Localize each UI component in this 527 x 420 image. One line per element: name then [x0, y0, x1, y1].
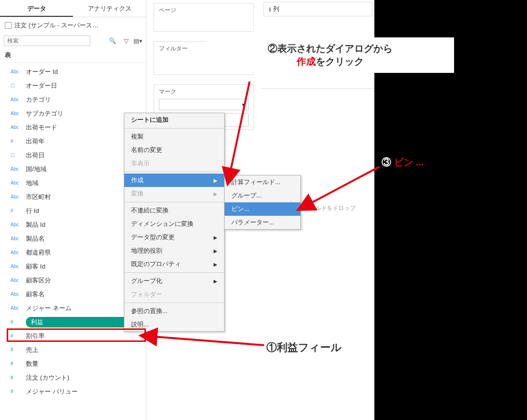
- field-label: カテゴリ: [26, 95, 51, 104]
- menu-default-props[interactable]: 既定のプロパティ▶: [124, 257, 224, 271]
- field-label: オーダー日: [26, 82, 57, 90]
- menu-add-to-sheet[interactable]: シートに追加: [124, 113, 224, 127]
- annotation-step1: ①利益フィール: [266, 340, 342, 355]
- field-type-icon: #: [11, 389, 22, 394]
- field-type-icon: Abc: [11, 180, 22, 186]
- context-menu: シートに追加 複製 名前の変更 非表示 作成▶ 変換▶ 不連続に変換 ディメンシ…: [124, 113, 225, 332]
- marks-label: マーク: [159, 88, 249, 96]
- field-label: メジャー ネーム: [26, 304, 72, 313]
- menu-duplicate[interactable]: 複製: [124, 130, 224, 143]
- sidebar-tabs: データ アナリティクス: [0, 0, 146, 17]
- field-item[interactable]: ☐オーダー日: [0, 79, 146, 93]
- pages-label: ページ: [159, 6, 249, 14]
- field-label: 出荷日: [26, 151, 45, 160]
- field-type-icon: Abc: [11, 194, 22, 199]
- marks-type-dropdown[interactable]: ▾: [159, 99, 249, 110]
- columns-shelf[interactable]: iii 列: [264, 2, 372, 16]
- field-label: 売上: [26, 346, 38, 354]
- field-type-icon: Abc: [11, 236, 22, 241]
- tables-header: 表: [0, 48, 146, 63]
- submenu-calc-field[interactable]: 計算フィールド...: [225, 175, 300, 189]
- field-label: 都道府県: [26, 248, 51, 257]
- field-label: 顧客名: [26, 290, 45, 299]
- tab-analytics[interactable]: アナリティクス: [73, 0, 146, 17]
- field-label: 顧客 Id: [26, 262, 45, 271]
- field-type-icon: #: [11, 347, 22, 352]
- field-label: 市区町村: [26, 193, 51, 201]
- field-item[interactable]: #売上: [0, 343, 146, 357]
- field-label: 出荷年: [26, 137, 45, 146]
- submenu-bin[interactable]: ビン...: [225, 202, 300, 216]
- field-type-icon: Abc: [11, 97, 22, 102]
- datasource-row[interactable]: 注文 (サンプル - スーパース…: [0, 17, 146, 34]
- field-type-icon: #: [11, 139, 22, 144]
- annotation-step2: ②表示されたダイアログから 作成をクリック: [206, 37, 454, 73]
- pages-shelf[interactable]: ページ: [154, 3, 254, 32]
- field-label: 国/地域: [26, 165, 47, 174]
- field-type-icon: Abc: [11, 250, 22, 255]
- datasource-name: 注文 (サンプル - スーパース…: [14, 21, 99, 30]
- chevron-right-icon: ▶: [214, 191, 217, 197]
- field-label: メジャー バリュー: [26, 387, 78, 396]
- field-type-icon: Abc: [11, 166, 22, 172]
- create-submenu: 計算フィールド... グループ... ビン... パラメーター...: [224, 175, 301, 230]
- datasource-icon: [5, 22, 12, 29]
- chevron-right-icon: ▶: [214, 235, 217, 240]
- field-item[interactable]: #メジャー バリュー: [0, 385, 146, 398]
- field-label: サブカテゴリ: [26, 109, 63, 118]
- chevron-right-icon: ▶: [214, 178, 217, 183]
- field-type-icon: Abc: [11, 264, 22, 269]
- field-type-icon: Abc: [11, 292, 22, 297]
- field-label: 製品名: [26, 234, 45, 243]
- field-item[interactable]: #注文 (カウント): [0, 371, 146, 385]
- menu-to-discrete[interactable]: 不連続に変換: [124, 204, 224, 217]
- field-type-icon: #: [11, 208, 22, 213]
- menu-replace-refs[interactable]: 参照の置換...: [124, 304, 224, 318]
- field-label: 製品 Id: [26, 221, 45, 229]
- search-row: 🔍 ▽ ▤▾: [0, 34, 146, 48]
- submenu-parameter[interactable]: パラメーター...: [225, 216, 300, 229]
- view-options-icon[interactable]: ▤▾: [133, 37, 142, 45]
- menu-rename[interactable]: 名前の変更: [124, 143, 224, 157]
- filter-icon[interactable]: ▽: [122, 37, 131, 45]
- annotation-step3: ③ ビン ...: [382, 156, 424, 169]
- field-type-icon: Abc: [11, 69, 22, 74]
- menu-hide: 非表示: [124, 157, 224, 170]
- menu-geo-role[interactable]: 地理的役割▶: [124, 244, 224, 257]
- field-label: 顧客区分: [26, 276, 51, 285]
- field-type-icon: Abc: [11, 278, 22, 283]
- menu-group-by[interactable]: グループ化▶: [124, 274, 224, 288]
- field-item[interactable]: Abcオーダー Id: [0, 65, 146, 79]
- search-icon: 🔍: [109, 37, 116, 44]
- search-input[interactable]: [4, 35, 90, 46]
- field-item[interactable]: Abcカテゴリ: [0, 93, 146, 106]
- field-type-icon: ☐: [11, 152, 22, 158]
- submenu-group[interactable]: グループ...: [225, 189, 300, 202]
- field-type-icon: Abc: [11, 222, 22, 227]
- columns-icon: iii: [269, 6, 270, 13]
- menu-create[interactable]: 作成▶: [124, 174, 224, 187]
- field-label: 行 Id: [26, 207, 39, 215]
- field-type-icon: Abc: [11, 125, 22, 130]
- highlight-profit-field: [7, 328, 146, 342]
- field-label: 数量: [26, 360, 38, 368]
- tab-data[interactable]: データ: [0, 0, 73, 17]
- menu-change-type[interactable]: データ型の変更▶: [124, 231, 224, 244]
- menu-folder: フォルダー: [124, 288, 224, 301]
- field-type-icon: Abc: [11, 111, 22, 116]
- field-type-icon: Abc: [11, 305, 22, 311]
- field-label: 地域: [26, 179, 38, 187]
- field-type-icon: #: [11, 361, 22, 366]
- field-label: 注文 (カウント): [26, 373, 69, 382]
- columns-label: 列: [273, 5, 279, 13]
- field-label: 出荷モード: [26, 123, 57, 132]
- menu-to-dimension[interactable]: ディメンションに変換: [124, 217, 224, 231]
- caret-down-icon: ▾: [242, 101, 245, 108]
- chevron-right-icon: ▶: [214, 248, 217, 254]
- field-type-icon: #: [11, 319, 22, 325]
- field-type-icon: #: [11, 375, 22, 380]
- field-label: オーダー Id: [26, 68, 58, 76]
- field-type-icon: ☐: [11, 83, 22, 88]
- menu-transform: 変換▶: [124, 187, 224, 200]
- field-item[interactable]: #数量: [0, 357, 146, 371]
